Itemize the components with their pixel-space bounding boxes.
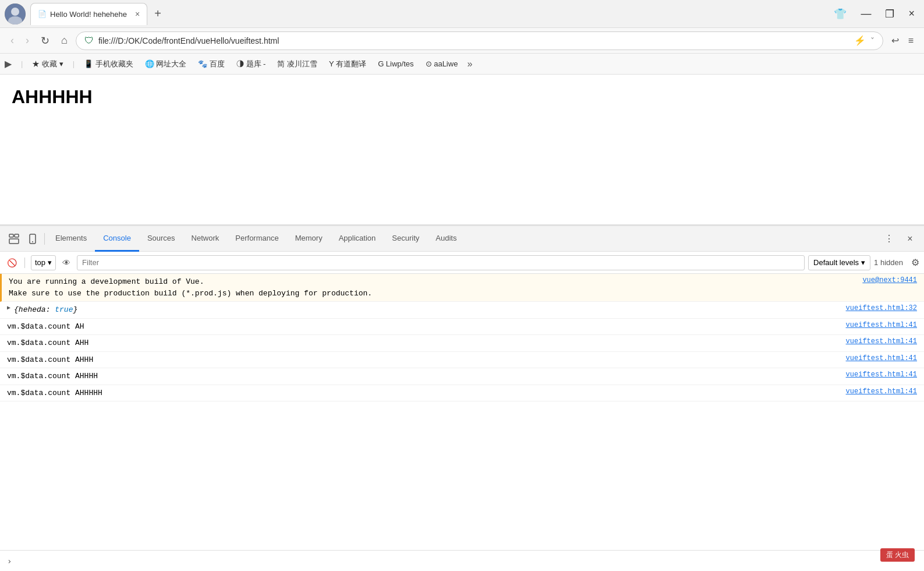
console-link-ahh[interactable]: vueiftest.html:41 xyxy=(846,337,917,346)
console-row-ah: vm.$data.count AH vueiftest.html:41 xyxy=(0,319,924,336)
svg-rect-5 xyxy=(9,239,19,244)
filter-input[interactable] xyxy=(77,255,805,270)
tab-sources[interactable]: Sources xyxy=(139,226,183,252)
log-levels-label: Default levels xyxy=(813,258,859,267)
svg-rect-4 xyxy=(15,234,19,237)
bookmarks-toggle-icon[interactable]: ▶ xyxy=(5,58,12,69)
console-link-ah[interactable]: vueiftest.html:41 xyxy=(846,321,917,329)
console-row-ahhhhh: vm.$data.count AHHHHH vueiftest.html:41 xyxy=(0,385,924,402)
console-link-vue[interactable]: vue@next:9441 xyxy=(862,276,917,284)
tab-title: Hello World! hehehehe xyxy=(50,10,127,19)
window-controls: 👕 — ❐ × xyxy=(829,5,919,23)
console-row-ahhhh: vm.$data.count AHHHH vueiftest.html:41 xyxy=(0,368,924,385)
bookmark-lingchuan[interactable]: 简 凌川江雪 xyxy=(272,57,322,71)
home-button[interactable]: ⌂ xyxy=(58,32,71,49)
bookmark-mobile[interactable]: 📱 手机收藏夹 xyxy=(79,57,138,71)
bookmarks-divider: | xyxy=(21,59,23,68)
tab-audits[interactable]: Audits xyxy=(427,226,465,252)
tab-network[interactable]: Network xyxy=(183,226,228,252)
console-msg-warning: You are running a development build of V… xyxy=(9,276,858,299)
tab-page-icon: 📄 xyxy=(38,10,47,18)
console-msg-ah: vm.$data.count AH xyxy=(7,321,841,333)
console-input[interactable] xyxy=(16,556,917,565)
tab-application[interactable]: Application xyxy=(331,226,384,252)
expand-icon[interactable]: ▶ xyxy=(7,304,10,311)
svg-point-1 xyxy=(11,8,19,16)
bookmark-liwp[interactable]: G Liwp/tes xyxy=(373,58,418,70)
context-value: top xyxy=(35,258,45,267)
tab-performance[interactable]: Performance xyxy=(227,226,286,252)
page-content: AHHHHH xyxy=(0,75,924,225)
console-msg-ahh: vm.$data.count AHH xyxy=(7,337,841,349)
tab-security[interactable]: Security xyxy=(384,226,427,252)
console-row-ahhh: vm.$data.count AHHH vueiftest.html:41 xyxy=(0,352,924,369)
context-selector[interactable]: top ▾ xyxy=(31,255,56,270)
restore-button[interactable]: ❐ xyxy=(880,5,899,23)
console-link-obj[interactable]: vueiftest.html:32 xyxy=(846,304,917,312)
bookmark-sites[interactable]: 🌐 网址大全 xyxy=(140,57,192,71)
tab-close-button[interactable]: × xyxy=(135,9,140,19)
tab-memory[interactable]: Memory xyxy=(287,226,331,252)
devtools-more-icon[interactable]: ⋮ xyxy=(880,230,898,248)
bookmark-favorites[interactable]: ★ 收藏 ▾ xyxy=(27,57,68,71)
tab-console[interactable]: Console xyxy=(95,226,139,252)
bookmarks-more-icon[interactable]: » xyxy=(467,59,472,69)
shirt-icon[interactable]: 👕 xyxy=(829,5,851,23)
log-levels-selector[interactable]: Default levels ▾ xyxy=(808,255,870,270)
tab-elements[interactable]: Elements xyxy=(47,226,95,252)
refresh-button[interactable]: ↻ xyxy=(37,32,53,50)
console-link-ahhhh[interactable]: vueiftest.html:41 xyxy=(846,371,917,379)
svg-rect-3 xyxy=(9,234,13,237)
console-msg-ahhh: vm.$data.count AHHH xyxy=(7,354,841,366)
tab-strip: 📄 Hello World! hehehehe × + xyxy=(30,3,824,25)
devtools-inspect-icon[interactable] xyxy=(5,230,23,248)
console-link-ahhhhh[interactable]: vueiftest.html:41 xyxy=(846,387,917,396)
bookmarks-bar: ▶ | ★ 收藏 ▾ | 📱 手机收藏夹 🌐 网址大全 🐾 百度 ◑ 题库 - … xyxy=(0,54,924,75)
console-output: You are running a development build of V… xyxy=(0,274,924,550)
watermark: 蛋 火虫 xyxy=(880,548,915,562)
bookmark-tiku[interactable]: ◑ 题库 - xyxy=(232,57,271,71)
console-row-ahh: vm.$data.count AHH vueiftest.html:41 xyxy=(0,335,924,352)
forward-button[interactable]: › xyxy=(22,32,33,49)
navbar: ‹ › ↻ ⌂ 🛡 file:///D:/OK/Code/frontEnd/vu… xyxy=(0,28,924,54)
minimize-button[interactable]: — xyxy=(856,5,876,23)
console-msg-ahhhhh: vm.$data.count AHHHHH xyxy=(7,387,841,399)
lightning-icon: ⚡ xyxy=(854,35,866,46)
active-tab[interactable]: 📄 Hello World! hehehehe × xyxy=(30,3,147,25)
console-row-obj: ▶ {heheda: true} vueiftest.html:32 xyxy=(0,302,924,319)
bookmark-baidu[interactable]: 🐾 百度 xyxy=(193,57,229,71)
console-row-warning: You are running a development build of V… xyxy=(0,274,924,302)
console-msg-ahhhh: vm.$data.count AHHHH xyxy=(7,371,841,382)
devtools-device-icon[interactable] xyxy=(23,230,42,248)
new-tab-button[interactable]: + xyxy=(150,5,166,23)
address-text: file:///D:/OK/Code/frontEnd/vueHello/vue… xyxy=(98,36,849,45)
page-heading: AHHHHH xyxy=(12,86,912,108)
devtools-panel: Elements Console Sources Network Perform… xyxy=(0,225,924,571)
console-toolbar-divider xyxy=(24,258,25,268)
devtools-toolbar: Elements Console Sources Network Perform… xyxy=(0,226,924,252)
console-msg-obj: {heheda: true} xyxy=(14,304,841,316)
console-link-ahhh[interactable]: vueiftest.html:41 xyxy=(846,354,917,362)
bookmark-aalive[interactable]: ⊙ aaLiwe xyxy=(421,58,463,70)
toolbar-divider xyxy=(44,233,45,245)
avatar xyxy=(5,3,26,24)
devtools-close-icon[interactable]: × xyxy=(901,230,919,248)
back-button[interactable]: ‹ xyxy=(7,32,17,49)
console-settings-icon[interactable]: ⚙ xyxy=(911,257,919,268)
security-shield-icon: 🛡 xyxy=(84,36,94,46)
devtools-end-buttons: ⋮ × xyxy=(880,230,919,248)
eye-icon[interactable]: 👁 xyxy=(59,256,73,270)
address-bar[interactable]: 🛡 file:///D:/OK/Code/frontEnd/vueHello/v… xyxy=(76,31,883,50)
console-toolbar: 🚫 top ▾ 👁 Default levels ▾ 1 hidden ⚙ xyxy=(0,252,924,274)
more-menu-icon[interactable]: ≡ xyxy=(905,33,917,48)
svg-point-7 xyxy=(32,241,33,242)
console-prompt-icon: › xyxy=(7,556,12,566)
bookmark-youdao[interactable]: Y 有道翻译 xyxy=(324,57,371,71)
console-clear-icon[interactable]: 🚫 xyxy=(5,256,19,270)
address-chevron-icon[interactable]: ˅ xyxy=(870,36,875,45)
context-chevron-icon: ▾ xyxy=(48,258,52,267)
back-arrow-icon[interactable]: ↩ xyxy=(888,33,902,48)
close-button[interactable]: × xyxy=(904,5,919,23)
log-levels-chevron-icon: ▾ xyxy=(861,258,865,267)
hidden-count: 1 hidden xyxy=(874,258,903,267)
